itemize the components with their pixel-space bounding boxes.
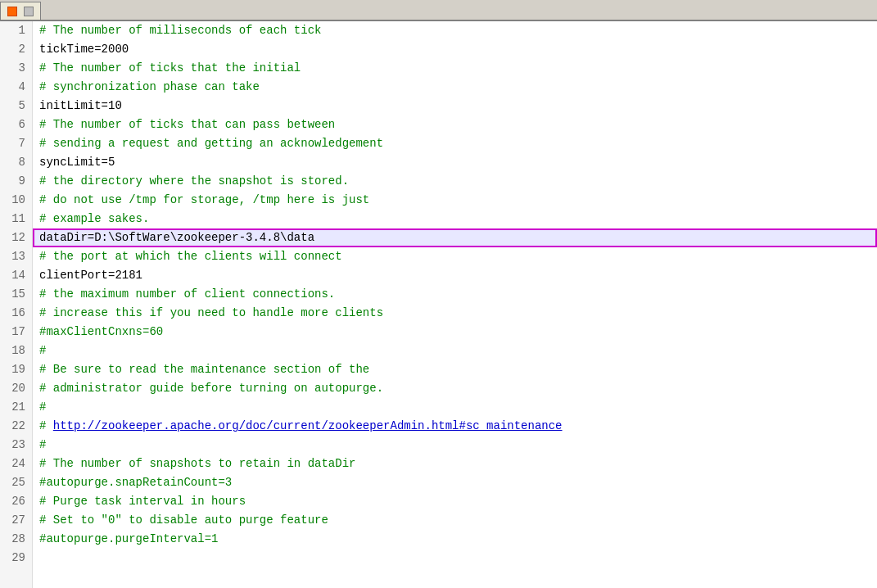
- hyperlink[interactable]: http://zookeeper.apache.org/doc/current/…: [53, 419, 563, 432]
- code-line: # Set to "0" to disable auto purge featu…: [33, 511, 877, 530]
- code-lines[interactable]: # The number of milliseconds of each tic…: [33, 21, 877, 588]
- code-line: clientPort=2181: [33, 266, 877, 285]
- code-line: # the directory where the snapshot is st…: [33, 172, 877, 191]
- line-number: 29: [0, 549, 32, 568]
- tab-bar: [0, 0, 877, 21]
- line-numbers: 1234567891011121314151617181920212223242…: [0, 21, 33, 588]
- line-number: 16: [0, 304, 32, 323]
- line-number: 3: [0, 59, 32, 78]
- code-line: #maxClientCnxns=60: [33, 323, 877, 341]
- line-number: 8: [0, 153, 32, 172]
- line-number: 7: [0, 134, 32, 153]
- code-line: # The number of ticks that can pass betw…: [33, 115, 877, 134]
- code-line: #autopurge.snapRetainCount=3: [33, 473, 877, 492]
- line-number: 19: [0, 360, 32, 379]
- line-number: 2: [0, 40, 32, 59]
- code-line: # the maximum number of client connectio…: [33, 285, 877, 304]
- line-number: 26: [0, 492, 32, 511]
- line-number: 28: [0, 530, 32, 549]
- line-number: 22: [0, 417, 32, 436]
- code-line: #autopurge.purgeInterval=1: [33, 530, 877, 549]
- line-number: 27: [0, 511, 32, 530]
- close-tab-button[interactable]: [24, 7, 34, 16]
- code-area: 1234567891011121314151617181920212223242…: [0, 21, 877, 588]
- code-line: # synchronization phase can take: [33, 78, 877, 97]
- code-line: # Be sure to read the maintenance sectio…: [33, 360, 877, 379]
- code-line: # increase this if you need to handle mo…: [33, 304, 877, 323]
- line-number: 24: [0, 455, 32, 473]
- code-line: # http://zookeeper.apache.org/doc/curren…: [33, 417, 877, 436]
- file-tab[interactable]: [0, 2, 41, 20]
- code-line: # do not use /tmp for storage, /tmp here…: [33, 191, 877, 210]
- line-number: 23: [0, 436, 32, 455]
- code-line: # The number of ticks that the initial: [33, 59, 877, 78]
- code-line: # The number of milliseconds of each tic…: [33, 21, 877, 40]
- line-number: 17: [0, 323, 32, 341]
- code-line: # administrator guide before turning on …: [33, 379, 877, 398]
- code-line: #: [33, 341, 877, 360]
- line-number: 9: [0, 172, 32, 191]
- line-number: 12: [0, 228, 32, 247]
- line-number: 25: [0, 473, 32, 492]
- line-number: 1: [0, 21, 32, 40]
- line-number: 20: [0, 379, 32, 398]
- line-number: 5: [0, 97, 32, 115]
- line-number: 21: [0, 398, 32, 417]
- editor-window: 1234567891011121314151617181920212223242…: [0, 0, 877, 588]
- code-line: # the port at which the clients will con…: [33, 247, 877, 266]
- line-number: 14: [0, 266, 32, 285]
- file-icon: [7, 7, 17, 16]
- code-line: syncLimit=5: [33, 153, 877, 172]
- line-number: 4: [0, 78, 32, 97]
- line-number: 10: [0, 191, 32, 210]
- code-line: tickTime=2000: [33, 40, 877, 59]
- line-number: 18: [0, 341, 32, 360]
- code-line: # sending a request and getting an ackno…: [33, 134, 877, 153]
- line-number: 13: [0, 247, 32, 266]
- code-line: #: [33, 398, 877, 417]
- code-line: dataDir=D:\SoftWare\zookeeper-3.4.8\data: [33, 228, 877, 247]
- code-line: [33, 549, 877, 568]
- line-number: 6: [0, 115, 32, 134]
- code-line: # The number of snapshots to retain in d…: [33, 455, 877, 473]
- code-line: initLimit=10: [33, 97, 877, 115]
- code-line: #: [33, 436, 877, 455]
- line-number: 15: [0, 285, 32, 304]
- line-number: 11: [0, 210, 32, 228]
- code-line: # Purge task interval in hours: [33, 492, 877, 511]
- code-line: # example sakes.: [33, 210, 877, 228]
